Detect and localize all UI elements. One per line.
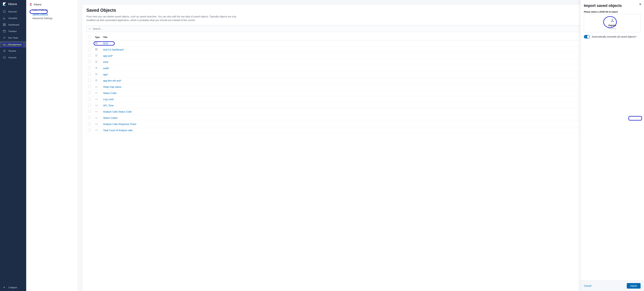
page-title: Saved Objects xyxy=(86,8,116,13)
object-title-link[interactable]: Analyze Calls Response Times xyxy=(103,123,136,126)
row-checkbox[interactable] xyxy=(88,128,91,131)
row-checkbox[interactable] xyxy=(88,54,91,57)
visualization-icon xyxy=(95,128,98,131)
row-checkbox[interactable] xyxy=(88,122,91,125)
table-row: Heap map status xyxy=(86,84,640,90)
table-row: Analyze Calls Response Times xyxy=(86,121,640,127)
svg-rect-10 xyxy=(95,42,96,42)
page-description: From here you can delete saved objects, … xyxy=(86,15,242,22)
svg-rect-5 xyxy=(3,30,6,32)
row-checkbox[interactable] xyxy=(88,110,91,113)
index-pattern-icon xyxy=(95,60,98,63)
submenu-item-index-patterns[interactable]: Index Patterns xyxy=(32,8,74,12)
close-icon[interactable]: ✕ xyxy=(639,2,642,6)
search-input[interactable] xyxy=(93,28,628,30)
row-checkbox[interactable] xyxy=(88,48,91,51)
object-title-link[interactable]: app-ibm-wh-acd* xyxy=(103,79,121,82)
cancel-button[interactable]: Cancel xyxy=(584,284,592,287)
saved-objects-table: Type Title ACDAcd Ce Dashboardapp-acd*in… xyxy=(86,34,640,134)
svg-point-18 xyxy=(96,55,96,55)
search-box[interactable] xyxy=(86,26,630,32)
svg-point-27 xyxy=(97,67,97,68)
file-dropzone[interactable]: Import Remove xyxy=(584,14,640,32)
object-title-link[interactable]: Acd Ce Dashboard xyxy=(103,48,124,51)
object-title-link[interactable]: ACD xyxy=(103,42,108,45)
svg-point-21 xyxy=(97,56,97,56)
svg-point-20 xyxy=(96,56,96,56)
table-row: app* xyxy=(86,71,640,78)
visualization-icon xyxy=(95,110,98,113)
collapse-button[interactable]: Collapse xyxy=(0,284,26,291)
row-checkbox[interactable] xyxy=(88,73,91,76)
import-confirm-button[interactable]: Import xyxy=(627,283,640,288)
nav-item-timelion[interactable]: Timelion xyxy=(0,28,26,34)
arrow-left-icon xyxy=(3,286,6,289)
object-title-link[interactable]: Total Count of Analyze calls xyxy=(103,129,132,132)
svg-point-25 xyxy=(97,62,97,62)
submenu-item-advanced-settings[interactable]: Advanced Settings xyxy=(32,16,74,20)
svg-point-23 xyxy=(97,61,97,61)
nav-label: Visualize xyxy=(8,17,17,20)
row-checkbox[interactable] xyxy=(88,116,91,119)
svg-point-35 xyxy=(97,80,97,80)
table-row: app-ibm-wh-acd* xyxy=(86,78,640,84)
column-type[interactable]: Type xyxy=(93,34,101,40)
svg-rect-14 xyxy=(95,48,96,49)
object-title-link[interactable]: Log Level xyxy=(103,98,114,101)
object-title-link[interactable]: audit* xyxy=(103,67,109,70)
user-icon xyxy=(3,49,6,52)
nav-label: Tenants xyxy=(8,50,16,52)
nav-label: Dashboard xyxy=(8,24,19,26)
nav-item-management[interactable]: Management xyxy=(0,41,26,48)
visualization-icon xyxy=(95,98,98,100)
gear-icon xyxy=(3,43,6,46)
nav-item-dev-tools[interactable]: Dev Tools xyxy=(0,34,26,41)
import-file-button[interactable]: Import xyxy=(586,24,638,27)
visualization-icon xyxy=(95,91,98,94)
row-checkbox[interactable] xyxy=(88,85,91,88)
svg-point-26 xyxy=(96,67,96,68)
table-row: Status Codes xyxy=(86,115,640,121)
overwrite-toggle[interactable]: ✓ xyxy=(584,35,590,38)
column-title[interactable]: Title xyxy=(101,34,640,40)
object-title-link[interactable]: Analyze Calls Status Code xyxy=(103,110,132,113)
dashboard-icon xyxy=(3,23,6,26)
svg-point-36 xyxy=(96,81,96,81)
compass-icon xyxy=(3,10,6,13)
select-all-checkbox[interactable] xyxy=(88,36,91,38)
row-checkbox[interactable] xyxy=(88,91,91,94)
nav-item-dashboard[interactable]: Dashboard xyxy=(0,22,26,28)
remove-file-button[interactable]: Remove xyxy=(586,27,638,30)
nav-item-discover[interactable]: Discover xyxy=(0,8,26,15)
row-checkbox[interactable] xyxy=(88,60,91,63)
svg-rect-12 xyxy=(95,43,96,44)
nav-item-tenants[interactable]: Tenants xyxy=(0,48,26,54)
submenu-item-saved-objects[interactable]: Saved Objects xyxy=(32,12,74,16)
nav-item-visualize[interactable]: Visualize xyxy=(0,15,26,22)
row-checkbox[interactable] xyxy=(88,98,91,100)
row-checkbox[interactable] xyxy=(88,42,91,44)
row-checkbox[interactable] xyxy=(88,66,91,69)
object-title-link[interactable]: API_Time xyxy=(103,104,114,107)
svg-point-32 xyxy=(96,74,96,75)
chart-icon xyxy=(3,16,6,20)
object-title-link[interactable]: app* xyxy=(103,73,108,76)
object-title-link[interactable]: Status Code xyxy=(103,92,116,94)
svg-point-30 xyxy=(96,73,96,74)
nav-item-account[interactable]: Account xyxy=(0,54,26,61)
object-title-link[interactable]: Heap map status xyxy=(103,86,121,88)
object-title-link[interactable]: app-acd* xyxy=(103,54,113,57)
logo[interactable]: kibana xyxy=(0,0,26,8)
row-checkbox[interactable] xyxy=(88,104,91,106)
wrench-icon xyxy=(3,36,6,39)
kibana-logo-icon xyxy=(2,2,6,6)
table-row: Analyze Calls Status Code xyxy=(86,108,640,115)
object-title-link[interactable]: infra* xyxy=(103,61,109,64)
table-row: infra* xyxy=(86,59,640,65)
object-title-link[interactable]: Status Codes xyxy=(103,116,118,119)
svg-point-9 xyxy=(89,28,90,29)
overwrite-label: Automatically overwrite all saved object… xyxy=(592,35,636,38)
svg-rect-13 xyxy=(96,43,98,44)
management-submenu: Kibana Index PatternsSaved ObjectsAdvanc… xyxy=(26,0,78,291)
row-checkbox[interactable] xyxy=(88,79,91,82)
